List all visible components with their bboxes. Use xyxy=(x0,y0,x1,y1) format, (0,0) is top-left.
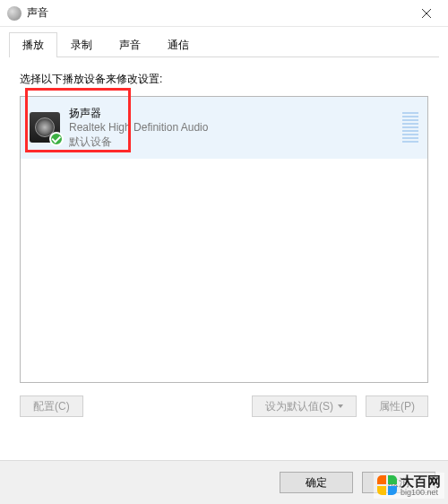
close-button[interactable] xyxy=(406,1,446,26)
instruction-text: 选择以下播放设备来修改设置: xyxy=(20,72,428,87)
tabstrip: 播放 录制 声音 通信 xyxy=(0,27,448,57)
dialog-footer: 确定 取消 xyxy=(0,460,448,504)
ok-button[interactable]: 确定 xyxy=(280,472,353,493)
device-icon-wrap xyxy=(30,112,60,143)
set-default-label: 设为默认值(S) xyxy=(265,399,333,414)
device-name: 扬声器 xyxy=(69,106,397,120)
window-title: 声音 xyxy=(27,5,406,21)
device-driver: Realtek High Definition Audio xyxy=(69,120,397,135)
set-default-button[interactable]: 设为默认值(S) xyxy=(252,395,357,417)
playback-panel: 选择以下播放设备来修改设置: 扬声器 Realtek High Definiti… xyxy=(0,57,448,426)
default-check-icon xyxy=(49,132,64,146)
device-text: 扬声器 Realtek High Definition Audio 默认设备 xyxy=(69,106,397,150)
tab-playback[interactable]: 播放 xyxy=(9,32,57,57)
close-icon xyxy=(422,9,431,18)
tab-sounds[interactable]: 声音 xyxy=(106,32,154,57)
tab-recording[interactable]: 录制 xyxy=(57,32,106,57)
device-list[interactable]: 扬声器 Realtek High Definition Audio 默认设备 xyxy=(20,96,428,383)
device-item[interactable]: 扬声器 Realtek High Definition Audio 默认设备 xyxy=(21,97,427,159)
level-meter-icon xyxy=(402,112,418,143)
properties-button[interactable]: 属性(P) xyxy=(366,395,428,417)
chevron-down-icon xyxy=(338,404,343,408)
tab-communications[interactable]: 通信 xyxy=(154,32,202,57)
titlebar: 声音 xyxy=(0,0,448,27)
configure-button[interactable]: 配置(C) xyxy=(20,395,83,417)
device-status: 默认设备 xyxy=(69,135,397,149)
cancel-button[interactable]: 取消 xyxy=(362,472,435,493)
panel-footer: 配置(C) 设为默认值(S) 属性(P) xyxy=(20,395,428,417)
sound-window-icon xyxy=(7,6,22,21)
